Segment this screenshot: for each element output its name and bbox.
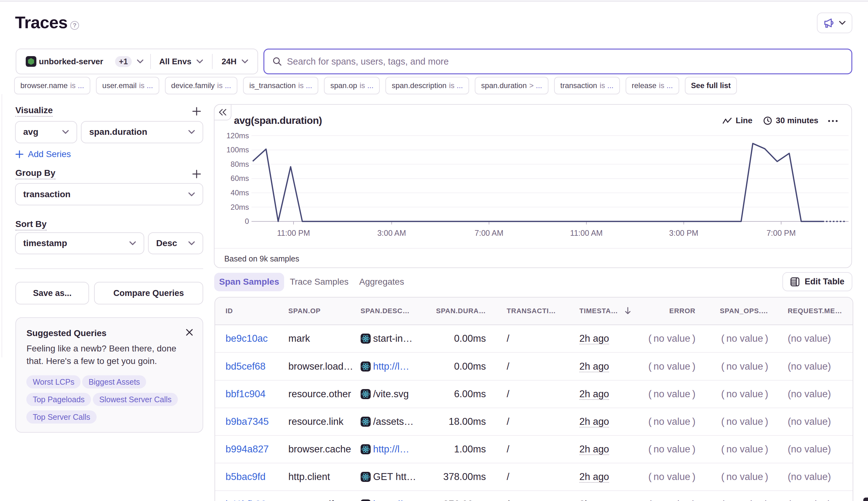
svg-text:120ms: 120ms [226, 131, 249, 140]
svg-text:11:00 AM: 11:00 AM [570, 228, 603, 237]
svg-text:11:00 PM: 11:00 PM [277, 228, 310, 237]
svg-text:3:00 AM: 3:00 AM [377, 228, 406, 237]
svg-text:0: 0 [245, 217, 249, 226]
svg-text:80ms: 80ms [231, 160, 249, 168]
svg-text:7:00 AM: 7:00 AM [475, 228, 504, 237]
svg-text:40ms: 40ms [231, 189, 249, 197]
svg-text:60ms: 60ms [231, 174, 249, 183]
svg-text:20ms: 20ms [231, 203, 249, 211]
svg-text:3:00 PM: 3:00 PM [669, 228, 698, 237]
svg-text:100ms: 100ms [226, 146, 249, 154]
svg-text:7:00 PM: 7:00 PM [766, 228, 796, 237]
